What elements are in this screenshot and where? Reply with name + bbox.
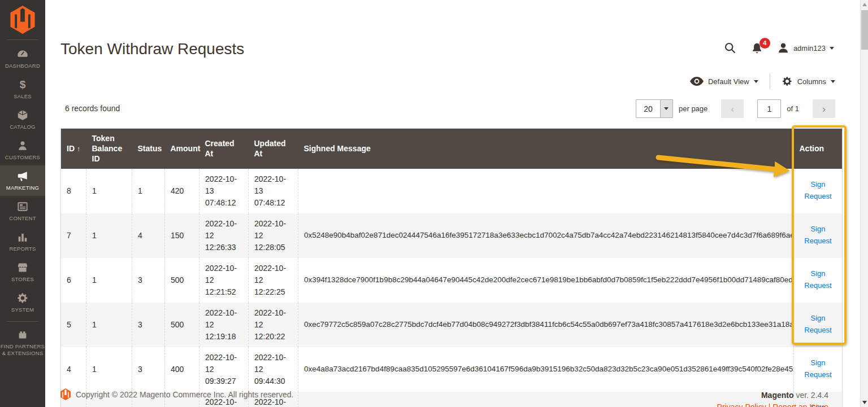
page-number-input[interactable]: [757, 99, 781, 118]
cell-action: Sign Request: [794, 347, 843, 392]
data-grid: ID↑ Token Balance ID Status Amount Creat…: [60, 128, 843, 407]
scroll-up-icon[interactable]: [862, 3, 867, 6]
extensions-icon: [16, 329, 29, 341]
column-header-updated-at[interactable]: Updated At: [249, 129, 298, 169]
cell-updated-at: 2022-10-12 12:20:22: [249, 303, 298, 347]
sign-request-link[interactable]: Sign Request: [804, 313, 833, 336]
user-menu[interactable]: admin123: [777, 42, 834, 54]
search-icon[interactable]: [723, 41, 737, 55]
magento-version: Magento ver. 2.4.4: [717, 391, 828, 400]
per-page-value: 20: [636, 100, 660, 117]
cell-token-balance-id: 1: [86, 347, 132, 392]
report-issue-link[interactable]: Report an Issue: [772, 402, 828, 407]
sidebar-item-label: REPORTS: [9, 246, 36, 252]
chevron-down-icon: [831, 80, 835, 83]
cell-amount: 420: [165, 169, 199, 213]
cell-status: 3: [132, 303, 165, 347]
table-header-row: ID↑ Token Balance ID Status Amount Creat…: [61, 129, 843, 169]
sidebar-item-label: CATALOG: [10, 124, 35, 130]
cell-status: 1: [132, 169, 165, 213]
vertical-scrollbar[interactable]: [860, 0, 868, 407]
sidebar-item-label: MARKETING: [6, 185, 39, 191]
notification-count-badge: 4: [760, 38, 770, 49]
cell-created-at: 2022-10-12 12:21:52: [199, 258, 249, 303]
columns-dropdown[interactable]: Columns: [782, 76, 835, 87]
sidebar-item-dashboard[interactable]: DASHBOARD: [0, 43, 45, 74]
column-header-signed-message[interactable]: Sighned Message: [298, 129, 794, 169]
default-view-dropdown[interactable]: Default View: [690, 77, 758, 86]
chevron-down-icon: [660, 100, 672, 117]
column-header-id[interactable]: ID↑: [61, 129, 86, 169]
sidebar-item-reports[interactable]: REPORTS: [0, 226, 45, 257]
reports-icon: [16, 231, 29, 243]
cell-signed-message: 0x5248e90b4baf02e871dec024447546a16fe395…: [298, 213, 794, 258]
footer-version-links: Magento ver. 2.4.4 Privacy Policy | Repo…: [717, 391, 828, 407]
cell-action: Sign Request: [794, 213, 843, 258]
sidebar-item-sales[interactable]: $ SALES: [0, 74, 45, 104]
column-header-amount[interactable]: Amount: [165, 129, 199, 169]
sign-request-link[interactable]: Sign Request: [804, 268, 833, 292]
records-found: 6 records found: [65, 104, 120, 113]
sidebar-item-stores[interactable]: STORES: [0, 257, 45, 287]
customers-icon: [16, 139, 29, 152]
cell-updated-at: 2022-10-12 12:28:05: [249, 213, 298, 258]
sidebar-item-catalog[interactable]: CATALOG: [0, 104, 45, 135]
sign-request-link[interactable]: Sign Request: [804, 224, 833, 247]
sidebar-item-marketing[interactable]: MARKETING: [0, 165, 45, 196]
magento-logo[interactable]: [0, 0, 45, 40]
per-page-select[interactable]: 20: [636, 99, 673, 118]
sort-asc-icon: ↑: [77, 145, 80, 153]
sign-request-link[interactable]: Sign Request: [804, 179, 833, 203]
sign-request-link[interactable]: Sign Request: [804, 357, 833, 381]
column-header-status[interactable]: Status: [132, 129, 165, 169]
cell-signed-message: 0x394f1328dce7900f1b9b8c29b44a04647e9044…: [298, 258, 794, 303]
page-title: Token Withdraw Requests: [60, 40, 244, 58]
cell-updated-at: 2022-10-12 09:44:30: [249, 347, 298, 392]
default-view-label: Default View: [708, 77, 749, 86]
sidebar-item-label: STORES: [11, 276, 34, 283]
chevron-down-icon: [754, 80, 758, 83]
sidebar-item-system[interactable]: SYSTEM: [0, 287, 45, 318]
cell-id: 5: [61, 303, 86, 347]
notifications-button[interactable]: 4: [750, 42, 763, 55]
scroll-down-icon[interactable]: [862, 401, 867, 404]
gear-icon: [782, 76, 793, 87]
cell-amount: 400: [165, 347, 199, 392]
column-header-created-at[interactable]: Created At: [199, 129, 249, 169]
table-row: 6 1 3 500 2022-10-12 12:21:52 2022-10-12…: [61, 258, 843, 303]
cell-created-at: 2022-10-12 12:19:18: [199, 303, 249, 347]
privacy-policy-link[interactable]: Privacy Policy: [717, 402, 766, 407]
cell-status: 3: [132, 258, 165, 303]
admin-sidebar: DASHBOARD $ SALES CATALOG CUSTOMERS MARK…: [0, 0, 45, 407]
dashboard-icon: [16, 48, 29, 60]
cell-signed-message: 0xec79772c5c859a07c28c2775bdc7dcf4eb77d0…: [298, 303, 794, 347]
username: admin123: [793, 44, 826, 52]
table-row: 7 1 4 150 2022-10-12 12:26:33 2022-10-12…: [61, 213, 843, 258]
cell-action: Sign Request: [794, 303, 843, 347]
content-icon: [16, 200, 29, 213]
sidebar-item-label: DASHBOARD: [5, 63, 40, 69]
prev-page-button[interactable]: ‹: [721, 99, 744, 118]
next-page-button[interactable]: ›: [813, 99, 835, 118]
cell-updated-at: 2022-10-12 12:22:25: [249, 258, 298, 303]
sidebar-item-customers[interactable]: CUSTOMERS: [0, 135, 45, 165]
per-page-label: per page: [679, 104, 708, 113]
links-separator: |: [769, 402, 771, 407]
sidebar-item-label: FIND PARTNERS & EXTENSIONS: [0, 343, 45, 357]
magento-logo-icon: [10, 6, 35, 34]
cell-token-balance-id: 1: [86, 258, 132, 303]
cell-id: 6: [61, 258, 86, 303]
sidebar-item-label: CUSTOMERS: [5, 154, 40, 161]
sidebar-item-find-partners[interactable]: FIND PARTNERS & EXTENSIONS: [0, 326, 45, 360]
cell-token-balance-id: 1: [86, 303, 132, 347]
sidebar-item-content[interactable]: CONTENT: [0, 196, 45, 226]
view-toolbar: Default View Columns: [690, 73, 835, 89]
footer-links: Privacy Policy | Report an Issue: [717, 402, 828, 407]
cell-id: 8: [61, 169, 86, 213]
footer-copyright: Copyright © 2022 Magento Commerce Inc. A…: [60, 388, 293, 400]
toolbar-divider: [770, 73, 770, 89]
cell-token-balance-id: 1: [86, 213, 132, 258]
scrollbar-thumb[interactable]: [861, 10, 868, 50]
column-header-token-balance-id[interactable]: Token Balance ID: [86, 129, 132, 169]
column-header-action[interactable]: Action: [794, 129, 843, 169]
